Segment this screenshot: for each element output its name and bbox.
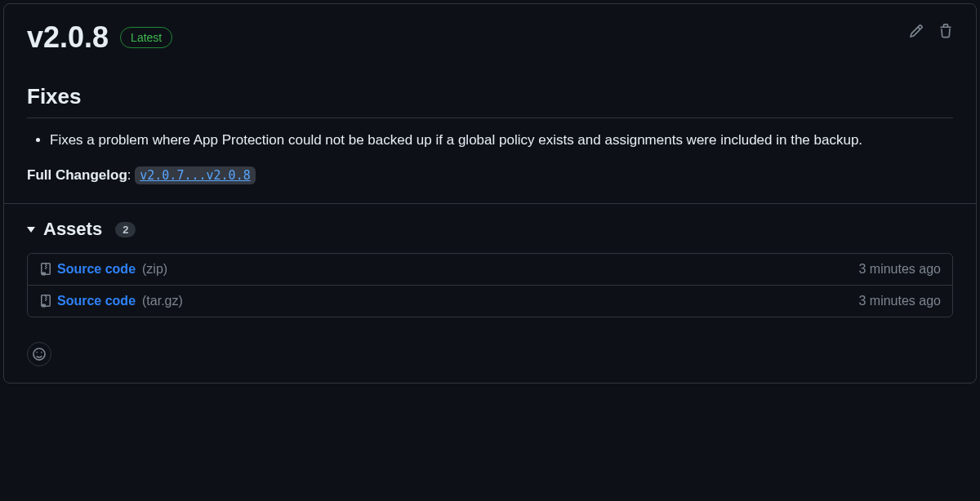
- file-zip-icon: [39, 295, 52, 308]
- fixes-heading: Fixes: [27, 84, 953, 118]
- asset-time: 3 minutes ago: [858, 294, 941, 308]
- assets-table: Source code (zip) 3 minutes ago Source c…: [27, 253, 953, 317]
- edit-icon[interactable]: [909, 24, 924, 38]
- assets-title: Assets: [43, 219, 102, 240]
- assets-count-badge: 2: [115, 222, 136, 237]
- release-body: Fixes Fixes a problem where App Protecti…: [4, 55, 976, 203]
- assets-toggle[interactable]: Assets 2: [27, 219, 953, 240]
- file-zip-icon: [39, 263, 52, 276]
- release-header: v2.0.8 Latest: [4, 4, 976, 55]
- full-changelog-line: Full Changelog: v2.0.7...v2.0.8: [27, 167, 953, 184]
- release-card: v2.0.8 Latest Fixes Fixes a problem wher…: [3, 3, 977, 384]
- asset-ext: (zip): [142, 262, 167, 277]
- asset-time: 3 minutes ago: [858, 262, 941, 277]
- changelog-compare-link[interactable]: v2.0.7...v2.0.8: [135, 166, 255, 184]
- latest-badge: Latest: [120, 27, 172, 48]
- asset-ext: (tar.gz): [142, 294, 183, 308]
- changelog-label: Full Changelog: [27, 167, 127, 183]
- assets-section: Assets 2 Source code (zip) 3 minutes ago: [4, 203, 976, 334]
- fix-item: Fixes a problem where App Protection cou…: [50, 130, 953, 151]
- add-reaction-button[interactable]: [27, 342, 51, 366]
- chevron-down-icon: [27, 227, 35, 233]
- asset-row: Source code (zip) 3 minutes ago: [28, 254, 952, 286]
- reaction-bar: [4, 334, 976, 383]
- release-version: v2.0.8: [27, 20, 109, 55]
- asset-link[interactable]: Source code: [57, 294, 136, 308]
- asset-row: Source code (tar.gz) 3 minutes ago: [28, 286, 952, 317]
- delete-icon[interactable]: [938, 24, 953, 38]
- asset-link[interactable]: Source code: [57, 262, 136, 277]
- fixes-list: Fixes a problem where App Protection cou…: [27, 130, 953, 151]
